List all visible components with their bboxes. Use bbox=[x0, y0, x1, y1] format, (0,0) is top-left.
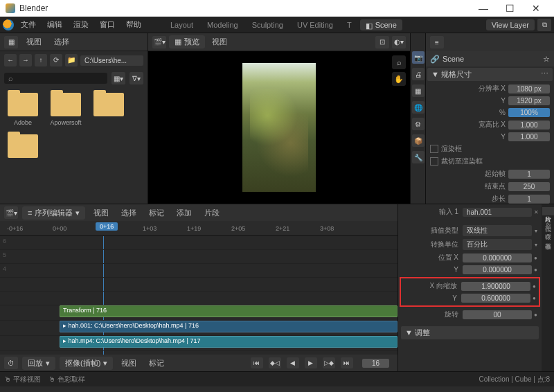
unit-field[interactable]: 百分比 bbox=[463, 239, 532, 250]
interp-field[interactable]: 双线性 bbox=[463, 225, 532, 236]
menu-edit[interactable]: 编辑 bbox=[43, 18, 66, 31]
current-frame-field[interactable]: 16 bbox=[362, 359, 389, 368]
window-title: Blender bbox=[19, 3, 48, 13]
strip-hah[interactable]: ▸ hah.mp4: C:\Users\hero\Desktop\hah.mp4… bbox=[60, 336, 397, 348]
app-icon[interactable] bbox=[3, 19, 14, 30]
filter-icon[interactable]: ∇▾ bbox=[129, 72, 143, 84]
path-field[interactable]: C:\Users\he... bbox=[80, 55, 143, 66]
res-x-field[interactable]: 1080 px bbox=[508, 84, 550, 93]
gizmo-icon[interactable]: ⊡ bbox=[375, 36, 389, 48]
crop-check[interactable] bbox=[430, 157, 438, 166]
tab-modifier-icon[interactable]: 🔧 bbox=[412, 151, 425, 163]
jump-start-button[interactable]: ⏮ bbox=[251, 357, 263, 368]
viewlayer-new-icon[interactable]: ⧉ bbox=[537, 19, 551, 31]
strip-transform[interactable]: Transform | 716 bbox=[60, 305, 397, 317]
timeline-tracks[interactable]: 6 5 4 Transform | 716 ▸ hah.001: C:\User… bbox=[0, 236, 397, 355]
res-y-field[interactable]: 1920 px bbox=[508, 96, 550, 105]
tab-scene-icon[interactable]: 🌐 bbox=[412, 101, 425, 114]
tab-modeling[interactable]: Modeling bbox=[202, 19, 244, 30]
menu-render[interactable]: 渲染 bbox=[69, 18, 93, 31]
seq-menu-add[interactable]: 添加 bbox=[172, 206, 196, 220]
menu-window[interactable]: 窗口 bbox=[96, 18, 119, 31]
rot-field[interactable]: 00 bbox=[463, 310, 532, 319]
nav-refresh-button[interactable]: ⟳ bbox=[50, 54, 62, 66]
tab-object-icon[interactable]: 📦 bbox=[412, 134, 425, 147]
timeline-ruler[interactable]: -0+16 0+00 0+16 1+03 1+19 2+05 2+21 3+08 bbox=[0, 221, 397, 236]
keying-mode[interactable]: 抠像(插帧)▾ bbox=[60, 357, 113, 370]
display-mode-icon[interactable]: ▦▾ bbox=[111, 72, 125, 84]
aspect-x-field[interactable]: 1.000 bbox=[508, 121, 550, 130]
zoom-icon[interactable]: ⌕ bbox=[392, 55, 406, 69]
menu-file[interactable]: 文件 bbox=[17, 18, 40, 31]
tab-uvediting[interactable]: UV Editing bbox=[292, 19, 339, 30]
strip-hah001[interactable]: ▸ hah.001: C:\Users\hero\Desktop\hah.mp4… bbox=[60, 321, 397, 332]
editor-type-icon[interactable]: 🎬▾ bbox=[4, 206, 18, 219]
nav-forward-button[interactable]: → bbox=[19, 54, 32, 66]
tab-proxy[interactable]: 代理 & 缓存 bbox=[542, 217, 554, 233]
aspect-y-field[interactable]: 1.000 bbox=[508, 132, 550, 141]
aspect-x-label: 宽高比 X bbox=[430, 120, 506, 130]
menu-help[interactable]: 帮助 bbox=[122, 18, 145, 31]
preview-mode[interactable]: ▦ 预览 bbox=[169, 35, 205, 48]
editor-type-icon[interactable]: ▦ bbox=[4, 36, 18, 48]
scene-header[interactable]: 🔗 Scene☆ bbox=[426, 51, 554, 66]
tab-sculpting[interactable]: Sculpting bbox=[247, 19, 289, 30]
pos-y-field[interactable]: 0.000000 bbox=[463, 265, 532, 274]
scale-x-field[interactable]: 1.900000 bbox=[461, 282, 530, 291]
adjust-section[interactable]: ▼ 调整 bbox=[401, 326, 539, 339]
pos-x-field[interactable]: 0.000000 bbox=[463, 253, 532, 262]
maximize-button[interactable]: ☐ bbox=[497, 0, 522, 17]
fb-menu-select[interactable]: 选择 bbox=[50, 35, 73, 48]
frame-step-field[interactable]: 1 bbox=[508, 195, 550, 204]
percent-field[interactable]: 100% bbox=[508, 108, 550, 117]
jump-end-button[interactable]: ⏭ bbox=[341, 357, 353, 368]
editor-type-icon[interactable]: ⏱ bbox=[4, 357, 18, 369]
dimensions-section-header[interactable]: ▼ 规格尺寸⋯ bbox=[427, 68, 553, 81]
border-check[interactable] bbox=[430, 145, 438, 153]
search-input[interactable]: ⌕ bbox=[4, 73, 107, 84]
footer-menu-view[interactable]: 视图 bbox=[117, 357, 141, 370]
editor-type-icon[interactable]: 🎬▾ bbox=[152, 36, 166, 48]
folder-item[interactable]: Apowersoft bbox=[48, 93, 83, 126]
vp-menu-view[interactable]: 视图 bbox=[208, 35, 231, 48]
tab-layout[interactable]: Layout bbox=[165, 19, 199, 30]
pan-icon[interactable]: ✋ bbox=[392, 72, 406, 86]
folder-item[interactable] bbox=[6, 134, 40, 161]
playback-menu[interactable]: 回放▾ bbox=[22, 357, 55, 370]
tab-modifier[interactable]: 修改器 bbox=[542, 234, 554, 242]
tab-render-icon[interactable]: 📷 bbox=[412, 51, 425, 64]
nav-up-button[interactable]: ↑ bbox=[35, 54, 47, 66]
folder-icon[interactable]: 📁 bbox=[65, 54, 78, 66]
tab-viewlayer-icon[interactable]: ▦ bbox=[412, 84, 425, 97]
sequencer-mode[interactable]: ≡ 序列编辑器 ▾ bbox=[22, 206, 85, 220]
nav-back-button[interactable]: ← bbox=[4, 54, 17, 66]
play-button[interactable]: ▶ bbox=[305, 357, 317, 368]
close-button[interactable]: ✕ bbox=[524, 0, 548, 17]
frame-end-field[interactable]: 250 bbox=[508, 182, 550, 191]
input-field[interactable]: hah.001 bbox=[463, 208, 532, 217]
tab-more[interactable]: T bbox=[341, 19, 357, 30]
play-reverse-button[interactable]: ◀ bbox=[287, 357, 299, 368]
folder-item[interactable]: Adobe bbox=[6, 93, 40, 126]
footer-menu-marker[interactable]: 标记 bbox=[145, 357, 168, 370]
fb-menu-view[interactable]: 视图 bbox=[22, 35, 46, 48]
keyframe-prev-button[interactable]: ◆◁ bbox=[269, 357, 281, 368]
tab-output-icon[interactable]: 🖨 bbox=[412, 68, 425, 80]
tab-strip[interactable]: 片段 bbox=[542, 207, 554, 215]
playhead[interactable]: 0+16 bbox=[96, 222, 118, 231]
preview-area[interactable]: ⌕ ✋ bbox=[148, 51, 410, 204]
seq-menu-select[interactable]: 选择 bbox=[117, 206, 141, 220]
editor-type-icon[interactable]: ≡ bbox=[430, 36, 444, 48]
seq-menu-view[interactable]: 视图 bbox=[89, 206, 113, 220]
keyframe-next-button[interactable]: ▷◆ bbox=[323, 357, 335, 368]
overlay-icon[interactable]: ◐▾ bbox=[392, 36, 406, 48]
scale-y-field[interactable]: 0.600000 bbox=[461, 294, 530, 303]
folder-item[interactable] bbox=[91, 93, 126, 126]
scene-selector[interactable]: ◧Scene bbox=[360, 19, 402, 30]
frame-start-field[interactable]: 1 bbox=[508, 170, 550, 179]
seq-menu-strip[interactable]: 片段 bbox=[200, 206, 224, 220]
seq-menu-marker[interactable]: 标记 bbox=[145, 206, 168, 220]
viewlayer-selector[interactable]: View Layer bbox=[486, 19, 535, 30]
tab-world-icon[interactable]: ⚙ bbox=[412, 118, 425, 130]
minimize-button[interactable]: — bbox=[471, 0, 496, 17]
